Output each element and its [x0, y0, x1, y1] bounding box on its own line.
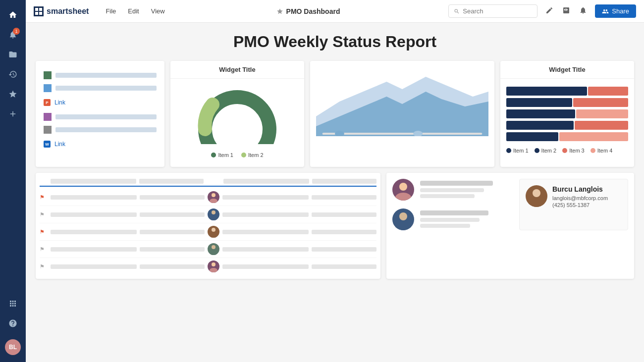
sidebar-folders[interactable] — [4, 46, 22, 63]
contact-name-line-2 — [420, 210, 488, 215]
bar-legend: Item 1 Item 2 Item 3 Item 4 — [506, 146, 628, 155]
cell-bar-20 — [312, 264, 376, 269]
link-1[interactable]: Link — [54, 99, 65, 106]
table-widget-body: ⚑ ⚑ — [36, 173, 380, 279]
link-row-1: P Link — [44, 97, 157, 108]
cell-bar-5 — [51, 212, 137, 217]
legend-dot-1 — [211, 153, 216, 157]
svg-point-13 — [210, 233, 217, 238]
sidebar-home[interactable] — [4, 6, 22, 24]
bar-seg-5a — [506, 132, 558, 141]
svg-point-10 — [212, 210, 215, 214]
menu-edit[interactable]: Edit — [125, 5, 142, 17]
list-widget: P Link W Link — [36, 61, 164, 167]
sidebar-add[interactable] — [4, 105, 22, 123]
main-content: smartsheet File Edit View PMO Dashboard — [26, 0, 644, 362]
svg-rect-1 — [39, 8, 42, 11]
avatar-4 — [208, 243, 219, 255]
list-bar-1 — [55, 73, 157, 78]
content-area: PMO Weekly Status Report — [26, 23, 644, 362]
table-row: ⚑ — [40, 241, 376, 258]
contact-person-1-info — [420, 179, 511, 198]
flag-grey-5: ⚑ — [40, 263, 48, 270]
contact-featured-phone: (425) 555-1387 — [552, 202, 608, 208]
table-data-rows: ⚑ ⚑ — [40, 189, 376, 275]
sidebar-history[interactable] — [4, 65, 22, 83]
contact-detail-2 — [420, 194, 475, 198]
svg-point-14 — [212, 245, 215, 249]
legend-item-2: Item 2 — [241, 152, 264, 158]
flag-grey-2: ⚑ — [40, 211, 48, 218]
svg-point-23 — [529, 199, 544, 207]
cell-bar-17 — [51, 264, 137, 269]
search-input[interactable] — [463, 7, 532, 15]
contact-widget: Burcu Langlois langlois@mbfcorp.com (425… — [386, 173, 634, 279]
flag-red-3: ⚑ — [40, 229, 48, 235]
bar-dot-4 — [590, 148, 595, 153]
edit-icon[interactable] — [543, 4, 555, 18]
widget-row-1: P Link W Link — [36, 61, 634, 167]
contact-featured-email: langlois@mbfcorp.com — [552, 195, 608, 201]
contact-info-featured: Burcu Langlois langlois@mbfcorp.com (425… — [552, 185, 608, 224]
bar-dot-3 — [562, 148, 567, 153]
logo-icon — [34, 6, 44, 16]
menu-view[interactable]: View — [148, 5, 168, 17]
present-icon[interactable] — [560, 4, 572, 18]
donut-widget: Widget Title — [170, 61, 304, 167]
table-row: ⚑ — [40, 223, 376, 241]
link-badge-2: W — [44, 141, 51, 148]
link-badge-1: P — [44, 99, 51, 106]
contact-inner: Burcu Langlois langlois@mbfcorp.com (425… — [392, 179, 628, 230]
menu-file[interactable]: File — [103, 5, 119, 17]
search-box[interactable] — [448, 4, 537, 18]
svg-point-22 — [533, 189, 540, 197]
page-title-breadcrumb: PMO Dashboard — [286, 7, 340, 15]
contact-avatar-featured — [526, 185, 547, 207]
sidebar-favorites[interactable] — [4, 85, 22, 103]
sidebar-apps[interactable] — [4, 295, 22, 312]
svg-point-16 — [212, 262, 215, 266]
table-row: ⚑ — [40, 206, 376, 223]
search-icon — [454, 8, 460, 15]
cell-bar-7 — [222, 212, 309, 217]
cell-bar-6 — [140, 212, 205, 217]
sidebar-notifications[interactable]: 1 — [4, 26, 22, 44]
bar-seg-1a — [506, 87, 587, 96]
donut-widget-body: Item 1 Item 2 — [170, 79, 304, 167]
svg-point-11 — [210, 216, 217, 220]
bar-label-3: Item 3 — [569, 148, 585, 154]
cell-bar-4 — [312, 195, 376, 200]
bar-legend-1: Item 1 — [506, 148, 529, 154]
cell-bar-2 — [140, 195, 205, 200]
bar-dot-1 — [506, 148, 511, 153]
area-widget-body — [310, 61, 494, 144]
svg-rect-3 — [39, 12, 42, 15]
list-row-3 — [44, 110, 157, 123]
avatar-1 — [208, 191, 219, 203]
notify-icon[interactable] — [577, 4, 589, 18]
bar-dot-2 — [535, 148, 539, 153]
sidebar-help[interactable] — [4, 314, 22, 332]
share-icon — [602, 8, 609, 15]
svg-rect-0 — [35, 8, 38, 11]
th-col4 — [312, 179, 376, 184]
breadcrumb: PMO Dashboard — [276, 7, 340, 15]
svg-point-19 — [395, 193, 411, 201]
sidebar-user-avatar[interactable]: BL — [4, 338, 22, 356]
bar-seg-3a — [506, 109, 575, 118]
contact-avatar-2 — [392, 208, 414, 230]
cell-bar-15 — [222, 247, 309, 252]
cell-bar-16 — [312, 247, 376, 252]
bar-row-4 — [506, 121, 628, 130]
legend-label-2: Item 2 — [248, 152, 264, 158]
bar-seg-1b — [588, 87, 628, 96]
bar-legend-4: Item 4 — [590, 148, 613, 154]
table-widget: ⚑ ⚑ — [36, 173, 380, 279]
share-button[interactable]: Share — [595, 4, 636, 18]
cell-bar-18 — [140, 264, 205, 269]
svg-rect-2 — [35, 12, 38, 15]
cell-bar-1 — [51, 195, 137, 200]
link-2[interactable]: Link — [54, 141, 65, 148]
avatar-3 — [208, 226, 219, 238]
share-label: Share — [612, 7, 629, 15]
